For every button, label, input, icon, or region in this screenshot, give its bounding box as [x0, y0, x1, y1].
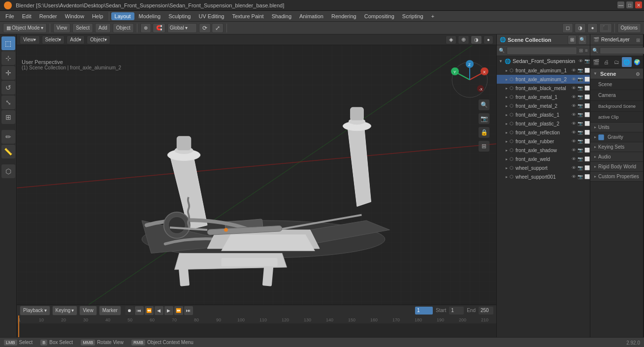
- play-btn[interactable]: ▶: [164, 306, 173, 315]
- goto-end-btn[interactable]: ⏭: [184, 306, 193, 315]
- snap-btn[interactable]: 🧲: [153, 23, 165, 33]
- audio-section[interactable]: ▸ Audio: [590, 152, 643, 162]
- collection-root[interactable]: ▼ 🌐 Sedan_Front_Suspension 👁 📷: [497, 56, 590, 66]
- viewport-shade-wire[interactable]: ◻: [562, 23, 573, 33]
- tab-animation[interactable]: Animation: [296, 12, 327, 20]
- start-frame-field[interactable]: 1: [449, 307, 464, 315]
- tab-shading[interactable]: Shading: [268, 12, 295, 20]
- prop-icon-render[interactable]: 🎬: [591, 57, 601, 67]
- menu-edit[interactable]: Edit: [19, 12, 35, 20]
- minimize-button[interactable]: —: [617, 1, 624, 8]
- object-menu[interactable]: Object: [113, 23, 134, 33]
- nav-lock[interactable]: 🔒: [479, 127, 489, 138]
- options-btn[interactable]: Options: [617, 23, 641, 33]
- tool-annotate[interactable]: ✏: [1, 130, 15, 144]
- vp-add-btn[interactable]: Add▾: [66, 35, 85, 44]
- prop-icon-output[interactable]: 🖨: [602, 57, 612, 67]
- nav-grid[interactable]: ⊞: [479, 141, 489, 152]
- menu-file[interactable]: File: [2, 12, 18, 20]
- step-back-btn[interactable]: ⏪: [145, 306, 154, 315]
- tab-sculpting[interactable]: Sculpting: [165, 12, 194, 20]
- goto-start-btn[interactable]: ⏮: [135, 306, 144, 315]
- vp-overlay-btn[interactable]: ◈: [446, 35, 456, 44]
- viewport-main[interactable]: User Perspective (1) Scene Collection | …: [17, 45, 496, 305]
- tool-scale[interactable]: ⤡: [1, 95, 15, 109]
- viewport-shade-rendered[interactable]: ⬛: [599, 23, 612, 33]
- coll-item-1[interactable]: ▸ ⬡ front_axle_aluminum_2 👁 📷 ⬜: [497, 75, 590, 84]
- current-frame-field[interactable]: 1: [415, 307, 433, 315]
- select-menu[interactable]: Select: [72, 23, 93, 33]
- view-menu[interactable]: View: [53, 23, 71, 33]
- tab-uv-editing[interactable]: UV Editing: [195, 12, 227, 20]
- menu-render[interactable]: Render: [36, 12, 61, 20]
- tool-move[interactable]: ✛: [1, 66, 15, 80]
- menu-help[interactable]: Help: [89, 12, 107, 20]
- tool-cursor[interactable]: ⊹: [1, 51, 15, 65]
- coll-item-12[interactable]: ▸ ⬡ wheel_support001 👁 📷 ⬜: [497, 172, 590, 181]
- tool-select[interactable]: ⬚: [1, 36, 15, 50]
- vp-shading-solid[interactable]: ◑: [471, 35, 482, 44]
- move-btn[interactable]: ⟳: [199, 23, 211, 33]
- outliner-sort-icon[interactable]: ≡: [585, 48, 588, 53]
- tool-measure[interactable]: 📏: [1, 145, 15, 158]
- tab-compositing[interactable]: Compositing: [361, 12, 398, 20]
- playback-menu[interactable]: Playback▾: [20, 306, 50, 315]
- step-fwd-btn[interactable]: ⏩: [174, 306, 183, 315]
- coll-item-0[interactable]: ▸ ⬡ front_axle_aluminum_1 👁 📷 ⬜: [497, 66, 590, 75]
- tool-add[interactable]: ⬡: [1, 164, 15, 178]
- tool-transform[interactable]: ⊞: [1, 110, 15, 124]
- keying-sets-section[interactable]: ▸ Keying Sets: [590, 142, 643, 152]
- outliner-filter-icon[interactable]: ⊞: [579, 48, 583, 53]
- maximize-button[interactable]: □: [626, 1, 633, 8]
- vp-shading-rendered[interactable]: ●: [483, 35, 493, 44]
- transform-btn[interactable]: ⊕: [140, 23, 151, 33]
- coll-item-5[interactable]: ▸ ⬡ front_axle_plastic_1 👁 📷 ⬜: [497, 110, 590, 119]
- close-button[interactable]: ✕: [635, 1, 642, 8]
- coll-item-9[interactable]: ▸ ⬡ front_axle_shadow 👁 📷 ⬜: [497, 146, 590, 155]
- menu-window[interactable]: Window: [62, 12, 88, 20]
- vp-view-btn[interactable]: View▾: [20, 35, 40, 44]
- rigid-body-section[interactable]: ▸ Rigid Body World: [590, 162, 643, 172]
- coll-item-7[interactable]: ▸ ⬡ front_axle_reflection 👁 📷 ⬜: [497, 128, 590, 137]
- mode-selector[interactable]: ▦ Object Mode ▾: [3, 23, 47, 33]
- vp-gizmo-btn[interactable]: ⊕: [458, 35, 469, 44]
- vp-object-btn[interactable]: Object▾: [87, 35, 110, 44]
- outliner-search-btn[interactable]: 🔍: [578, 35, 587, 45]
- units-section[interactable]: ▸ Units: [590, 123, 643, 132]
- prop-icon-view-layer[interactable]: 🗂: [612, 57, 622, 67]
- coll-item-2[interactable]: ▸ ⬡ front_axle_black_metal 👁 📷 ⬜: [497, 84, 590, 93]
- coll-item-3[interactable]: ▸ ⬡ front_axle_metal_1 👁 📷 ⬜: [497, 93, 590, 101]
- nav-camera[interactable]: 📷: [479, 113, 489, 124]
- marker-menu[interactable]: Marker: [99, 306, 121, 315]
- tool-rotate[interactable]: ↺: [1, 81, 15, 95]
- tab-layout[interactable]: Layout: [111, 12, 134, 20]
- coll-item-4[interactable]: ▸ ⬡ front_axle_metal_2 👁 📷 ⬜: [497, 101, 590, 110]
- vp-select-btn[interactable]: Select▾: [42, 35, 65, 44]
- prop-icon-scene[interactable]: 🌐: [622, 57, 632, 67]
- scene-settings-icon[interactable]: ⚙: [636, 71, 640, 77]
- coll-item-10[interactable]: ▸ ⬡ front_axle_weld 👁 📷 ⬜: [497, 155, 590, 163]
- prop-icon-world[interactable]: 🌍: [632, 57, 642, 67]
- props-search-input[interactable]: [600, 47, 644, 54]
- timeline-view-menu[interactable]: View: [79, 306, 97, 315]
- gravity-section[interactable]: ▸ Gravity: [590, 132, 643, 142]
- global-dropdown[interactable]: Global ▾: [167, 23, 197, 33]
- props-filter-icon[interactable]: ⊞: [636, 37, 640, 43]
- coll-item-6[interactable]: ▸ ⬡ front_axle_plastic_2 👁 📷 ⬜: [497, 119, 590, 128]
- record-btn[interactable]: ⏺: [125, 306, 134, 315]
- tab-modeling[interactable]: Modeling: [135, 12, 164, 20]
- add-menu[interactable]: Add: [95, 23, 111, 33]
- tab-scripting[interactable]: Scripting: [399, 12, 427, 20]
- tab-rendering[interactable]: Rendering: [328, 12, 360, 20]
- viewport-shade-solid[interactable]: ◑: [575, 23, 586, 33]
- end-frame-field[interactable]: 250: [479, 307, 493, 315]
- tab-texture-paint[interactable]: Texture Paint: [228, 12, 267, 20]
- tab-plus[interactable]: +: [428, 12, 438, 20]
- coll-item-11[interactable]: ▸ ⬡ wheel_support 👁 📷 ⬜: [497, 163, 590, 172]
- viewport-shade-look[interactable]: ●: [587, 23, 597, 33]
- play-reverse-btn[interactable]: ◀: [155, 306, 163, 315]
- keying-menu[interactable]: Keying▾: [52, 306, 78, 315]
- outliner-search-input[interactable]: [507, 47, 577, 55]
- rotate-btn[interactable]: ⤢: [212, 23, 224, 33]
- nav-zoom-in[interactable]: 🔍: [479, 99, 489, 110]
